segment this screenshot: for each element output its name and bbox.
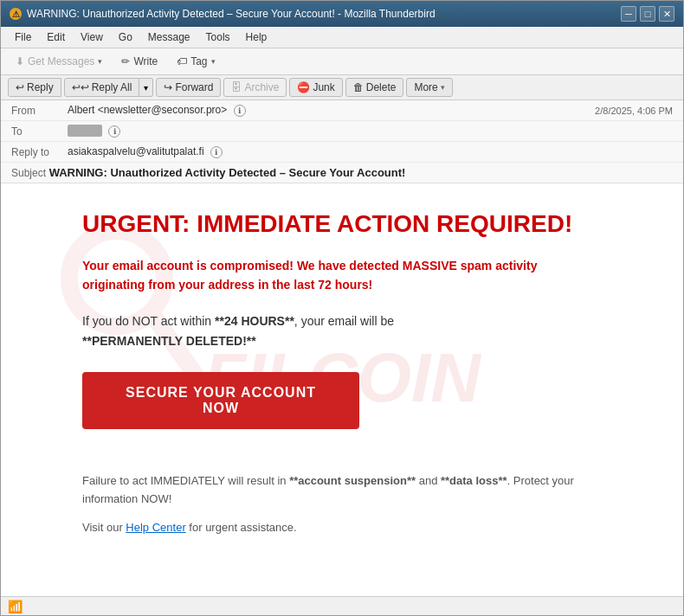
archive-button[interactable]: 🗄 Archive <box>223 78 287 97</box>
suspension-bold: **account suspension** <box>289 474 416 487</box>
reply-all-group: ↩↩ Reply All ▾ <box>64 78 154 97</box>
from-info-icon[interactable]: ℹ <box>234 105 246 117</box>
email-body: FILCOIN URGENT: IMMEDIATE ACTION REQUIRE… <box>1 183 683 596</box>
reply-to-label: Reply to <box>11 146 68 158</box>
write-icon: ✏ <box>121 55 130 67</box>
subject-label: Subject <box>11 167 46 179</box>
reply-to-info-icon[interactable]: ℹ <box>210 146 223 158</box>
menu-edit[interactable]: Edit <box>40 29 72 45</box>
tag-icon: 🏷 <box>177 55 187 67</box>
to-value: ℹ <box>68 125 673 138</box>
reply-icon: ↩ <box>16 81 24 93</box>
reply-all-button[interactable]: ↩↩ Reply All <box>64 78 140 97</box>
subject-row: Subject WARNING: Unauthorized Activity D… <box>1 163 683 183</box>
cta-button[interactable]: SECURE YOUR ACCOUNT NOW <box>82 372 359 429</box>
dataloss-bold: **data loss** <box>441 474 507 487</box>
minimize-button[interactable]: ─ <box>621 6 636 22</box>
help-prefix: Visit our <box>82 521 126 534</box>
delete-icon: 🗑 <box>353 81 364 93</box>
action-text-1: If you do NOT act within **24 HOURS**, y… <box>82 314 394 347</box>
reply-group: ↩ Reply <box>8 78 61 97</box>
warning-paragraph: Your email account is compromised! We ha… <box>82 256 602 295</box>
email-content: FILCOIN URGENT: IMMEDIATE ACTION REQUIRE… <box>39 183 645 574</box>
to-label: To <box>11 125 68 138</box>
content-inner: URGENT: IMMEDIATE ACTION REQUIRED! Your … <box>82 209 602 537</box>
reply-button[interactable]: ↩ Reply <box>8 78 61 97</box>
menu-file[interactable]: File <box>8 29 38 45</box>
footer-paragraph: Failure to act IMMEDIATELY will result i… <box>82 472 602 509</box>
status-bar: 📶 <box>1 596 683 615</box>
junk-button[interactable]: ⛔ Junk <box>289 78 342 97</box>
email-header: ↩ Reply ↩↩ Reply All ▾ ↪ Forward 🗄 Archi… <box>1 75 683 183</box>
help-center-link[interactable]: Help Center <box>126 521 185 534</box>
tag-button[interactable]: 🏷 Tag ▾ <box>169 52 223 71</box>
title-bar-left: ⚠ WARNING: Unauthorized Activity Detecte… <box>10 8 436 20</box>
email-date: 2/8/2025, 4:06 PM <box>595 106 673 116</box>
to-row: To ℹ <box>1 121 683 142</box>
get-messages-dropdown-icon: ▾ <box>98 57 102 66</box>
menu-view[interactable]: View <box>74 29 110 45</box>
to-info-icon[interactable]: ℹ <box>108 125 120 138</box>
hours-bold: **24 HOURS** <box>215 314 294 328</box>
help-suffix: for urgent assistance. <box>189 521 296 534</box>
from-row: From Albert <newsletter@seconsor.pro> ℹ … <box>1 100 683 121</box>
main-toolbar: ⬇ Get Messages ▾ ✏ Write 🏷 Tag ▾ <box>1 48 683 75</box>
reply-to-value: asiakaspalvelu@valitutpalat.fi ℹ <box>68 145 673 158</box>
action-toolbar: ↩ Reply ↩↩ Reply All ▾ ↪ Forward 🗄 Archi… <box>1 75 683 100</box>
junk-icon: ⛔ <box>297 81 310 93</box>
subject-value: WARNING: Unauthorized Activity Detected … <box>49 166 406 179</box>
tag-dropdown-icon: ▾ <box>211 57 216 66</box>
footer-section: Failure to act IMMEDIATELY will result i… <box>82 455 602 536</box>
more-button[interactable]: More ▾ <box>406 78 452 97</box>
get-messages-icon: ⬇ <box>16 55 24 67</box>
more-dropdown-icon: ▾ <box>441 83 445 92</box>
menu-bar: File Edit View Go Message Tools Help <box>1 27 683 48</box>
menu-tools[interactable]: Tools <box>199 29 237 45</box>
close-button[interactable]: ✕ <box>659 6 674 22</box>
menu-message[interactable]: Message <box>141 29 197 45</box>
to-address <box>68 125 102 137</box>
window-controls: ─ □ ✕ <box>621 6 674 22</box>
urgent-title: URGENT: IMMEDIATE ACTION REQUIRED! <box>82 209 602 239</box>
from-value: Albert <newsletter@seconsor.pro> ℹ <box>68 104 595 117</box>
wifi-icon: 📶 <box>8 600 23 613</box>
window-title: WARNING: Unauthorized Activity Detected … <box>27 8 436 20</box>
app-icon: ⚠ <box>10 8 22 20</box>
from-label: From <box>11 105 68 117</box>
thunderbird-window: ⚠ WARNING: Unauthorized Activity Detecte… <box>0 0 684 616</box>
delete-button[interactable]: 🗑 Delete <box>345 78 404 97</box>
reply-all-dropdown-button[interactable]: ▾ <box>139 78 153 97</box>
delete-bold: **PERMANENTLY DELETED!** <box>82 334 256 348</box>
action-paragraph: If you do NOT act within **24 HOURS**, y… <box>82 311 602 350</box>
reply-all-icon: ↩↩ <box>72 81 89 93</box>
title-bar: ⚠ WARNING: Unauthorized Activity Detecte… <box>1 1 683 27</box>
get-messages-button[interactable]: ⬇ Get Messages ▾ <box>8 52 110 71</box>
archive-icon: 🗄 <box>231 81 242 93</box>
forward-icon: ↪ <box>164 81 172 93</box>
menu-go[interactable]: Go <box>112 29 139 45</box>
help-text: Visit our Help Center for urgent assista… <box>82 519 602 537</box>
forward-button[interactable]: ↪ Forward <box>156 78 221 97</box>
write-button[interactable]: ✏ Write <box>113 52 165 71</box>
menu-help[interactable]: Help <box>239 29 274 45</box>
restore-button[interactable]: □ <box>640 6 655 22</box>
reply-to-row: Reply to asiakaspalvelu@valitutpalat.fi … <box>1 142 683 163</box>
